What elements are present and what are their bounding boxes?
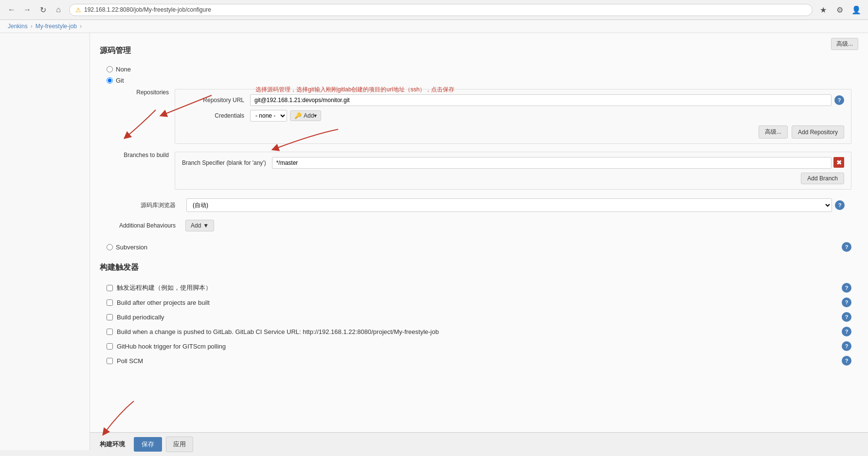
breadcrumb-sep-1: › xyxy=(31,23,33,30)
repo-url-input[interactable] xyxy=(250,94,832,106)
trigger-item-1: Build after other projects are built ? xyxy=(100,295,858,310)
subversion-label[interactable]: Subversion xyxy=(116,244,147,251)
trigger-checkbox-5[interactable] xyxy=(107,358,113,364)
trigger-label-0[interactable]: 触发远程构建（例如，使用脚本） xyxy=(117,283,212,292)
breadcrumb-jenkins[interactable]: Jenkins xyxy=(8,23,28,30)
top-advanced-button[interactable]: 高级... xyxy=(831,38,858,50)
credentials-wrap: - none - 🔑 Add▾ xyxy=(250,110,844,122)
radio-git-wrap: Git xyxy=(100,75,858,86)
apply-button[interactable]: 应用 xyxy=(166,437,193,450)
add-repository-button[interactable]: Add Repository xyxy=(792,125,844,139)
radio-none-label[interactable]: None xyxy=(116,66,131,73)
branch-specifier-input[interactable] xyxy=(272,157,832,169)
trigger-checkbox-2[interactable] xyxy=(107,314,113,320)
breadcrumb-sep-2: › xyxy=(80,23,82,30)
trigger-help-0[interactable]: ? xyxy=(842,283,851,293)
top-advanced-wrap: 高级... xyxy=(831,38,858,50)
add-credential-button[interactable]: 🔑 Add▾ xyxy=(290,110,321,121)
trigger-item-4: GitHub hook trigger for GITScm polling ? xyxy=(100,339,858,353)
warning-icon: ⚠ xyxy=(75,6,81,14)
breadcrumb-job[interactable]: My-freestyle-job xyxy=(36,23,77,30)
forward-button[interactable]: → xyxy=(20,3,34,17)
browser-chrome: ← → ↻ ⌂ ⚠ 192.168.1.22:8080/job/My-frees… xyxy=(0,0,868,20)
trigger-label-2[interactable]: Build periodically xyxy=(117,314,164,321)
bottom-section-label: 构建环境 xyxy=(100,440,125,449)
trigger-checkbox-1[interactable] xyxy=(107,299,113,306)
breadcrumb-bar: Jenkins › My-freestyle-job › xyxy=(0,20,868,33)
subversion-help[interactable]: ? xyxy=(842,242,851,252)
branches-label: Branches to build xyxy=(107,149,175,158)
trigger-help-1[interactable]: ? xyxy=(842,298,851,307)
subversion-left: Subversion xyxy=(107,244,147,251)
trigger-item-3-left: Build when a change is pushed to GitLab.… xyxy=(107,328,439,335)
subversion-row: Subversion ? xyxy=(100,239,858,255)
trigger-checkbox-0[interactable] xyxy=(107,285,113,291)
trigger-label-1[interactable]: Build after other projects are built xyxy=(117,299,210,306)
add-credential-label: Add▾ xyxy=(304,112,317,119)
trigger-checkbox-3[interactable] xyxy=(107,329,113,335)
address-bar[interactable]: ⚠ 192.168.1.22:8080/job/My-freestyle-job… xyxy=(69,4,813,16)
trigger-item-0: 触发远程构建（例如，使用脚本） ? xyxy=(100,281,858,295)
key-icon: 🔑 xyxy=(294,112,302,119)
additional-behaviours-label: Additional Behaviours xyxy=(113,222,181,229)
extensions-button[interactable]: ⚙ xyxy=(833,3,847,17)
profile-button[interactable]: 👤 xyxy=(850,3,863,17)
credentials-select[interactable]: - none - xyxy=(250,110,287,122)
scm-heading: 源码管理 xyxy=(100,46,858,58)
back-button[interactable]: ← xyxy=(5,3,18,17)
trigger-checkbox-4[interactable] xyxy=(107,343,113,350)
credentials-row: Credentials - none - 🔑 Add▾ xyxy=(182,110,844,122)
trigger-item-0-left: 触发远程构建（例如，使用脚本） xyxy=(107,283,212,292)
scm-section: 源码管理 None Git Repositories xyxy=(100,46,858,255)
trigger-label-3[interactable]: Build when a change is pushed to GitLab.… xyxy=(117,328,439,335)
address-text: 192.168.1.22:8080/job/My-freestyle-job/c… xyxy=(84,6,806,13)
trigger-item-3: Build when a change is pushed to GitLab.… xyxy=(100,324,858,339)
scm-browser-wrap: (自动) ? xyxy=(186,198,845,212)
trigger-label-5[interactable]: Poll SCM xyxy=(117,357,143,365)
scm-browser-row: 源码库浏览器 (自动) ? xyxy=(107,194,851,216)
bottom-bar: 构建环境 保存 应用 xyxy=(90,432,868,450)
trigger-help-2[interactable]: ? xyxy=(842,312,851,322)
trigger-heading: 构建触发器 xyxy=(100,263,858,275)
repo-advanced-button[interactable]: 高级... xyxy=(759,125,788,139)
branches-label-row: Branches to build ✖ Branch Specifier (bl… xyxy=(107,149,851,193)
branches-box: ✖ Branch Specifier (blank for 'any') ? A… xyxy=(175,152,851,190)
trigger-item-4-left: GitHub hook trigger for GITScm polling xyxy=(107,343,226,350)
trigger-item-2: Build periodically ? xyxy=(100,310,858,324)
repo-box: Repository URL ? Credentials xyxy=(175,89,851,144)
repo-url-help[interactable]: ? xyxy=(834,95,844,105)
home-button[interactable]: ⌂ xyxy=(52,3,65,17)
add-behaviours-button[interactable]: Add ▼ xyxy=(185,220,214,231)
browser-actions: ★ ⚙ 👤 xyxy=(816,3,863,17)
trigger-section: 构建触发器 触发远程构建（例如，使用脚本） ? Build after othe… xyxy=(100,263,858,368)
radio-git-label[interactable]: Git xyxy=(116,77,124,84)
git-config-block: Repositories Repository URL ? xyxy=(100,86,858,239)
radio-none-wrap: None xyxy=(100,64,858,75)
page-wrapper: 高级... 选择源码管理，选择git输入刚刚gitlab创建的项目的url地址（… xyxy=(0,33,868,450)
radio-git[interactable] xyxy=(107,77,113,84)
add-branch-wrap: Add Branch xyxy=(182,173,844,184)
trigger-label-4[interactable]: GitHub hook trigger for GITScm polling xyxy=(117,343,226,350)
scm-browser-help[interactable]: ? xyxy=(835,200,845,210)
reload-button[interactable]: ↻ xyxy=(36,3,50,17)
scm-browser-select[interactable]: (自动) xyxy=(186,198,832,212)
add-branch-button[interactable]: Add Branch xyxy=(801,173,844,184)
scm-browser-label: 源码库浏览器 xyxy=(113,201,181,210)
repositories-label: Repositories xyxy=(107,86,175,96)
trigger-help-3[interactable]: ? xyxy=(842,327,851,336)
repo-url-wrap: ? xyxy=(250,94,844,106)
trigger-help-5[interactable]: ? xyxy=(842,356,851,366)
repo-url-label: Repository URL xyxy=(182,97,250,104)
add-dropdown-icon: ▼ xyxy=(203,222,209,229)
sidebar xyxy=(0,33,90,450)
save-button[interactable]: 保存 xyxy=(134,437,162,450)
trigger-item-2-left: Build periodically xyxy=(107,314,164,321)
radio-none[interactable] xyxy=(107,66,113,72)
bookmark-button[interactable]: ★ xyxy=(816,3,830,17)
remove-branch-button[interactable]: ✖ xyxy=(833,157,844,168)
additional-behaviours-row: Additional Behaviours Add ▼ xyxy=(107,216,851,235)
radio-subversion[interactable] xyxy=(107,244,113,250)
trigger-item-1-left: Build after other projects are built xyxy=(107,299,210,306)
trigger-help-4[interactable]: ? xyxy=(842,341,851,351)
credentials-label: Credentials xyxy=(182,112,250,119)
